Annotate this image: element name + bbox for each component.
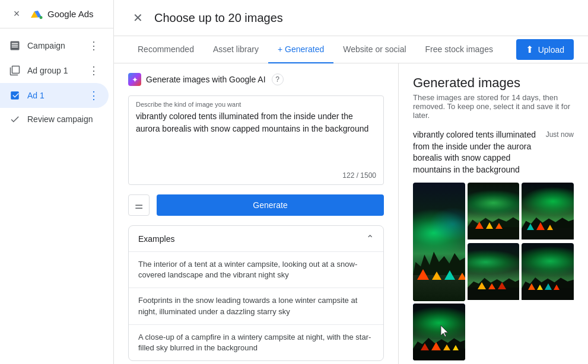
chevron-up-icon: ⌃	[366, 233, 374, 244]
adgroup-more-icon[interactable]: ⋮	[88, 64, 99, 77]
dialog-header: ✕ Choose up to 20 images	[114, 0, 588, 36]
image-cell-1[interactable]	[413, 183, 465, 301]
right-panel: Generated images These images are stored…	[399, 63, 588, 364]
prompt-text: vibrantly colored tents illuminated from…	[413, 129, 536, 175]
tab-recommended-label: Recommended	[138, 44, 194, 54]
image-description-input[interactable]	[136, 110, 376, 167]
generated-images-title: Generated images	[413, 75, 574, 91]
upload-button-label: Upload	[538, 45, 564, 55]
textarea-container: Describe the kind of image you want 122 …	[128, 95, 384, 185]
upload-button[interactable]: ⬆ Upload	[516, 39, 574, 60]
image-cell-2[interactable]	[468, 183, 520, 241]
examples-header[interactable]: Examples ⌃	[129, 226, 383, 251]
tab-generated-label: Generated	[285, 44, 324, 54]
sidebar-item-campaign-label: Campaign	[27, 41, 81, 50]
campaign-more-icon[interactable]: ⋮	[88, 39, 99, 52]
dialog-close-button[interactable]: ✕	[128, 8, 147, 27]
char-count: 122 / 1500	[136, 171, 376, 180]
sidebar-item-ad1[interactable]: Ad 1 ⋮	[0, 83, 109, 108]
example-item-2[interactable]: Footprints in the snow leading towards a…	[129, 288, 383, 324]
sidebar: × Google Ads Campaign ⋮ Ad group 1 ⋮	[0, 0, 114, 364]
generate-row: ⚌ Generate	[128, 194, 384, 216]
tab-generated-prefix: +	[278, 44, 285, 54]
image-cell-5[interactable]	[522, 243, 574, 301]
sidebar-item-review-label: Review campaign	[27, 114, 99, 124]
ai-help-icon[interactable]: ?	[272, 74, 284, 85]
dialog-body: ✦ Generate images with Google AI ? Descr…	[114, 63, 588, 364]
sidebar-item-adgroup-label: Ad group 1	[27, 66, 81, 75]
tabs-bar: Recommended Asset library + Generated We…	[114, 36, 588, 63]
generated-images-description: These images are stored for 14 days, the…	[413, 93, 574, 120]
ai-icon: ✦	[128, 73, 141, 86]
examples-section: Examples ⌃ The interior of a tent at a w…	[128, 225, 384, 361]
example-item-3[interactable]: A close-up of a campfire in a wintery ca…	[129, 324, 383, 360]
filter-icon: ⚌	[135, 200, 143, 211]
close-icon: ✕	[133, 11, 143, 25]
image-cell-6[interactable]	[413, 304, 465, 360]
left-panel: ✦ Generate images with Google AI ? Descr…	[114, 63, 399, 364]
sidebar-nav: Campaign ⋮ Ad group 1 ⋮ Ad 1 ⋮ Review ca…	[0, 28, 113, 364]
tab-asset-library[interactable]: Asset library	[204, 36, 268, 63]
ai-title: Generate images with Google AI	[146, 75, 266, 84]
svg-point-0	[40, 16, 43, 19]
generate-button[interactable]: Generate	[157, 194, 384, 216]
sidebar-close-button[interactable]: ×	[7, 5, 26, 24]
main-panel: ✕ Choose up to 20 images Recommended Ass…	[114, 0, 588, 364]
example-item-1[interactable]: The interior of a tent at a winter camps…	[129, 251, 383, 288]
sidebar-app-name: Google Ads	[47, 9, 94, 19]
image-cell-3[interactable]	[522, 183, 574, 241]
sidebar-logo: Google Ads	[30, 7, 94, 21]
sidebar-item-adgroup[interactable]: Ad group 1 ⋮	[0, 58, 109, 83]
upload-icon: ⬆	[526, 44, 533, 55]
tab-generated[interactable]: + Generated	[268, 36, 333, 63]
ai-header: ✦ Generate images with Google AI ?	[128, 73, 384, 86]
tab-website-social[interactable]: Website or social	[333, 36, 415, 63]
sidebar-header: × Google Ads	[0, 0, 113, 28]
examples-title: Examples	[138, 234, 174, 244]
google-ads-logo-icon	[30, 7, 44, 21]
textarea-label: Describe the kind of image you want	[136, 101, 376, 108]
image-cell-4[interactable]	[468, 243, 520, 301]
sidebar-item-ad1-label: Ad 1	[27, 91, 81, 100]
tab-asset-library-label: Asset library	[213, 44, 259, 54]
tab-free-stock[interactable]: Free stock images	[416, 36, 503, 63]
ad-icon	[9, 90, 20, 101]
adgroup-icon	[9, 65, 20, 76]
prompt-time: Just now	[546, 129, 574, 139]
sidebar-item-review[interactable]: Review campaign	[0, 108, 109, 130]
filter-button[interactable]: ⚌	[128, 194, 150, 216]
tab-website-social-label: Website or social	[343, 44, 406, 54]
sidebar-item-campaign[interactable]: Campaign ⋮	[0, 33, 109, 58]
tab-free-stock-label: Free stock images	[425, 44, 493, 54]
review-icon	[9, 114, 20, 124]
ad1-more-icon[interactable]: ⋮	[88, 89, 99, 102]
images-grid	[413, 183, 574, 360]
dialog-title: Choose up to 20 images	[154, 11, 283, 25]
campaign-icon	[9, 40, 20, 51]
prompt-row: vibrantly colored tents illuminated from…	[413, 129, 574, 175]
tab-recommended[interactable]: Recommended	[128, 36, 204, 63]
